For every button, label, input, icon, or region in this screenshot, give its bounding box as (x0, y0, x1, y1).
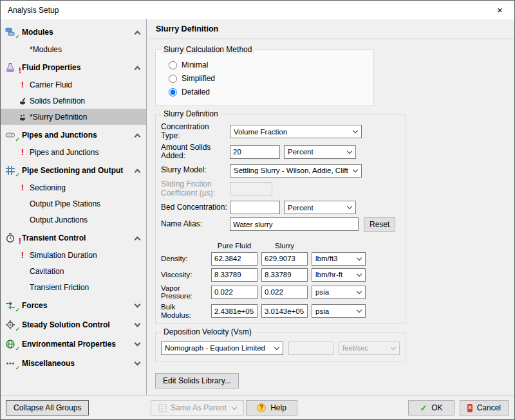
deposition-value-input (288, 342, 333, 355)
sidebar-item-slurry-definition[interactable]: *Slurry Definition (1, 109, 146, 125)
viscosity-unit-select[interactable]: lbm/hr-ft (312, 268, 366, 282)
density-pure-input[interactable] (211, 252, 258, 266)
radio-simplified[interactable]: Simplified (169, 74, 368, 83)
bed-concentration-label: Bed Concentration: (161, 203, 230, 212)
concentration-type-label: Concentration Type: (161, 123, 230, 141)
sidebar-group-pipe-sectioning[interactable]: ✓ Pipe Sectioning and Output (1, 161, 146, 179)
name-alias-input[interactable] (230, 217, 359, 231)
combo-value: Percent (288, 204, 344, 212)
radio-detailed[interactable]: Detailed (169, 87, 368, 96)
window-title: Analysis Setup (1, 6, 59, 15)
sidebar-item-output-junctions[interactable]: Output Junctions (1, 212, 146, 228)
chevron-down-icon (350, 131, 360, 132)
viscosity-slurry-input[interactable] (261, 268, 308, 282)
chevron-down-icon (354, 258, 364, 260)
page-title: Slurry Definition (147, 19, 514, 39)
sidebar-item-simulation-duration[interactable]: ! Simulation Duration (1, 247, 146, 263)
chevron-down-icon (135, 360, 141, 366)
sidebar-item-pipes-junctions[interactable]: ! Pipes and Junctions (1, 144, 146, 160)
radio-detailed-label: Detailed (182, 87, 210, 96)
density-unit-select[interactable]: lbm/ft3 (312, 252, 366, 266)
alert-badge-icon: ! (19, 237, 21, 245)
alert-mark: ! (21, 80, 24, 89)
bulk-modulus-slurry-input[interactable] (261, 304, 308, 318)
cancel-x-icon: × (467, 404, 473, 412)
sliding-friction-row: Sliding Friction Coefficient (µs): (161, 180, 400, 198)
ok-label: OK (431, 403, 442, 412)
sidebar-item-sectioning[interactable]: ! Sectioning (1, 179, 146, 196)
chevron-down-icon (354, 310, 364, 312)
amount-solids-unit-select[interactable]: Percent (284, 145, 356, 159)
sidebar-item-cavitation[interactable]: Cavitation (1, 263, 146, 279)
gear-icon: ✓ (5, 320, 17, 331)
radio-detailed-input[interactable] (169, 88, 177, 96)
vapor-pressure-unit-select[interactable]: psia (312, 286, 366, 299)
sidebar-group-modules[interactable]: ✓ Modules (1, 23, 146, 41)
bulk-modulus-unit-select[interactable]: psia (312, 304, 366, 318)
chevron-down-icon (354, 291, 364, 293)
cancel-label: Cancel (477, 403, 501, 412)
sidebar-item-modules[interactable]: *Modules (1, 41, 146, 57)
col-header-pure-fluid: Pure Fluid (211, 242, 258, 250)
ok-button[interactable]: ✓ OK (408, 400, 454, 415)
slurry-model-select[interactable]: Settling Slurry - Wilson, Addie, Clift (230, 164, 362, 178)
deposition-method-select[interactable]: Nomograph - Equation Limited (161, 342, 283, 355)
sidebar-item-output-pipe-stations[interactable]: Output Pipe Stations (1, 196, 146, 212)
chevron-down-icon (344, 151, 355, 153)
alert-mark: ! (21, 183, 24, 192)
sidebar-group-pipes-junctions[interactable]: ✓ Pipes and Junctions (1, 126, 146, 144)
combo-value: Volume Fraction (234, 128, 350, 136)
cancel-button[interactable]: × Cancel (460, 400, 509, 415)
concentration-type-select[interactable]: Volume Fraction (230, 125, 362, 138)
sidebar-group-miscellaneous[interactable]: ✓ Miscellaneous (1, 354, 146, 372)
deposition-velocity-title: Deposition Velocity (Vsm) (161, 327, 254, 336)
calc-method-title: Slurry Calculation Method (161, 45, 254, 54)
alert-icon: ! (17, 148, 28, 156)
stopwatch-icon: ! (5, 233, 17, 244)
sidebar-group-transient-control[interactable]: ! Transient Control (1, 229, 146, 247)
sidebar-item-carrier-fluid[interactable]: ! Carrier Fluid (1, 77, 146, 93)
viscosity-pure-input[interactable] (211, 268, 258, 282)
close-icon: × (497, 5, 503, 15)
radio-minimal-label: Minimal (182, 60, 208, 69)
radio-simplified-input[interactable] (169, 75, 177, 83)
vapor-pressure-pure-input[interactable] (211, 286, 258, 299)
sidebar-group-label: Pipe Sectioning and Output (22, 166, 123, 175)
help-icon: ? (257, 403, 266, 412)
edit-solids-library-button[interactable]: Edit Solids Library... (155, 373, 239, 388)
vapor-pressure-slurry-input[interactable] (261, 286, 308, 299)
main-content: Slurry Calculation Method Minimal Simpli… (147, 39, 514, 395)
bed-concentration-row: Bed Concentration: Percent (161, 201, 400, 215)
sidebar-item-solids-definition[interactable]: Solids Definition (1, 93, 146, 109)
reset-button[interactable]: Reset (364, 217, 395, 232)
sidebar-item-label: Output Pipe Stations (30, 199, 100, 208)
same-as-parent-label: Same As Parent (171, 403, 227, 412)
alert-icon: ! (17, 251, 28, 259)
close-button[interactable]: × (485, 1, 514, 19)
analysis-setup-window: Analysis Setup × ✓ Modules *Modules (0, 0, 515, 420)
radio-minimal[interactable]: Minimal (169, 60, 368, 69)
sidebar-group-label: Environmental Properties (22, 340, 116, 349)
density-slurry-input[interactable] (261, 252, 308, 266)
amount-solids-input[interactable] (230, 145, 280, 159)
collapse-all-groups-button[interactable]: Collapse All Groups (6, 400, 89, 415)
bed-concentration-unit-select[interactable]: Percent (284, 201, 356, 214)
bed-concentration-input[interactable] (230, 201, 280, 214)
combo-value: Percent (288, 148, 344, 156)
chevron-down-icon (135, 340, 141, 347)
sidebar-group-label: Transient Control (22, 233, 86, 242)
pipe-icon: ✓ (5, 130, 17, 141)
help-button[interactable]: ? Help (246, 400, 297, 415)
forces-icon: ✓ (5, 300, 17, 311)
radio-minimal-input[interactable] (169, 61, 177, 69)
viscosity-label: Viscosity: (161, 271, 207, 279)
sidebar-group-forces[interactable]: ✓ Forces (1, 297, 146, 315)
bulk-modulus-pure-input[interactable] (211, 304, 258, 318)
sidebar-group-steady-solution[interactable]: ✓ Steady Solution Control (1, 316, 146, 334)
check-badge-icon: ✓ (15, 365, 20, 371)
sidebar-item-transient-friction[interactable]: Transient Friction (1, 279, 146, 295)
sidebar-group-environmental[interactable]: ✓ Environmental Properties (1, 335, 146, 353)
flask-icon: ! (5, 62, 17, 73)
sidebar-group-fluid-properties[interactable]: ! Fluid Properties (1, 59, 146, 77)
check-badge-icon: ✓ (15, 307, 20, 313)
